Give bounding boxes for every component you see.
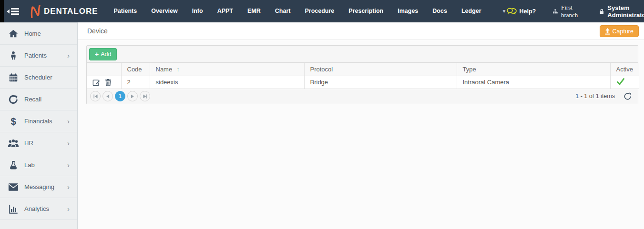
cell-active bbox=[610, 76, 639, 89]
cell-protocol: Bridge bbox=[304, 76, 457, 89]
grid-toolbar: + Add bbox=[87, 46, 638, 63]
header-protocol[interactable]: Protocol bbox=[304, 63, 457, 76]
header-active[interactable]: Active bbox=[610, 63, 639, 76]
sidebar-item-messaging[interactable]: Messaging › bbox=[0, 176, 77, 198]
plus-icon: + bbox=[95, 51, 99, 58]
help-chat-icon bbox=[507, 7, 517, 15]
cell-name: sideexis bbox=[150, 76, 304, 89]
header-name[interactable]: Name↑ bbox=[150, 63, 304, 76]
sidebar-item-recall[interactable]: Recall bbox=[0, 89, 77, 110]
chevron-right-icon: › bbox=[67, 139, 70, 147]
dentalore-logo-icon bbox=[31, 5, 41, 18]
navbar-right: Help? First branch System Administrator … bbox=[507, 4, 644, 19]
help-button[interactable]: Help? bbox=[507, 7, 536, 15]
edit-icon[interactable] bbox=[92, 79, 100, 86]
sort-asc-icon: ↑ bbox=[176, 66, 180, 73]
header-code[interactable]: Code bbox=[121, 63, 150, 76]
chevron-right-icon: › bbox=[67, 205, 70, 212]
add-button[interactable]: + Add bbox=[89, 48, 117, 60]
home-icon bbox=[8, 28, 19, 40]
main-content: Device Capture + Add Code bbox=[78, 22, 644, 229]
main-nav: Patients Overview Info APPT EMR Chart Pr… bbox=[107, 0, 489, 22]
header-name-label: Name bbox=[156, 66, 173, 73]
pager-first-button[interactable] bbox=[90, 91, 101, 101]
dollar-icon: $ bbox=[8, 116, 19, 127]
capture-label: Capture bbox=[613, 28, 634, 35]
nav-item-patients[interactable]: Patients bbox=[107, 0, 144, 22]
sidebar-item-lab[interactable]: Lab › bbox=[0, 154, 77, 176]
pager-page-1[interactable]: 1 bbox=[115, 91, 125, 101]
lock-icon bbox=[600, 8, 604, 15]
page-title: Device bbox=[87, 27, 108, 35]
recall-icon bbox=[8, 94, 19, 105]
device-table: Code Name↑ Protocol Type Active bbox=[87, 63, 639, 89]
user-menu[interactable]: System Administrator ▼ bbox=[600, 4, 644, 19]
capture-button[interactable]: Capture bbox=[600, 25, 639, 37]
add-label: Add bbox=[101, 51, 111, 58]
sidebar-item-label: Scheduler bbox=[24, 74, 52, 81]
chevron-right-icon: › bbox=[67, 183, 70, 190]
pager-prev-button[interactable] bbox=[102, 91, 113, 101]
nav-item-docs[interactable]: Docs bbox=[425, 0, 454, 22]
cell-code: 2 bbox=[121, 76, 150, 89]
nav-item-chart[interactable]: Chart bbox=[268, 0, 298, 22]
chevron-right-icon: › bbox=[67, 52, 70, 59]
nav-item-procedure[interactable]: Procedure bbox=[297, 0, 341, 22]
cell-type: Intraoral Camera bbox=[457, 76, 610, 89]
sidebar-item-label: HR bbox=[24, 139, 33, 147]
people-group-icon bbox=[8, 138, 19, 149]
sidebar-toggle-button[interactable] bbox=[7, 8, 20, 15]
table-header-row: Code Name↑ Protocol Type Active bbox=[87, 63, 639, 76]
sidebar-item-patients[interactable]: Patients › bbox=[0, 45, 77, 67]
pager-info: 1 - 1 of 1 items bbox=[575, 93, 615, 100]
patient-icon bbox=[8, 50, 19, 61]
help-label: Help? bbox=[520, 8, 536, 15]
sidebar-item-label: Financials bbox=[24, 118, 52, 125]
branch-sitemap-icon bbox=[553, 8, 558, 15]
bar-chart-icon bbox=[8, 203, 19, 215]
header-type[interactable]: Type bbox=[457, 63, 610, 76]
chevron-right-icon: › bbox=[67, 118, 70, 125]
sidebar-item-financials[interactable]: $ Financials › bbox=[0, 110, 77, 132]
sidebar-item-hr[interactable]: HR › bbox=[0, 132, 77, 154]
screen-edge bbox=[0, 0, 4, 22]
sidebar-item-label: Home bbox=[24, 30, 41, 37]
sidebar-item-label: Patients bbox=[24, 52, 47, 59]
branch-label: First branch bbox=[561, 4, 581, 19]
nav-item-ledger[interactable]: Ledger bbox=[454, 0, 489, 22]
chevron-right-icon: › bbox=[67, 161, 70, 169]
sidebar: Home Patients › Scheduler Recall $ Finan… bbox=[0, 22, 78, 229]
sidebar-item-label: Messaging bbox=[24, 183, 54, 190]
flask-icon bbox=[8, 159, 19, 171]
sidebar-item-label: Analytics bbox=[24, 205, 49, 212]
user-label: System Administrator bbox=[607, 4, 644, 19]
check-icon bbox=[616, 80, 625, 87]
envelope-icon bbox=[8, 181, 19, 193]
capture-upload-icon bbox=[605, 28, 610, 35]
nav-item-info[interactable]: Info bbox=[185, 0, 210, 22]
grid-pager: 1 1 - 1 of 1 items bbox=[87, 89, 638, 104]
delete-icon[interactable] bbox=[105, 79, 112, 86]
calendar-icon bbox=[8, 72, 19, 83]
nav-item-overview[interactable]: Overview bbox=[144, 0, 185, 22]
brand[interactable]: DENTALORE bbox=[31, 5, 98, 18]
nav-item-prescription[interactable]: Prescription bbox=[341, 0, 390, 22]
top-navbar: DENTALORE Patients Overview Info APPT EM… bbox=[0, 0, 644, 22]
brand-name: DENTALORE bbox=[44, 7, 98, 16]
device-grid: + Add Code Name↑ Protocol Type Active bbox=[86, 45, 638, 104]
table-row: 2 sideexis Bridge Intraoral Camera bbox=[87, 76, 639, 89]
refresh-icon[interactable] bbox=[624, 92, 632, 100]
nav-item-images[interactable]: Images bbox=[390, 0, 425, 22]
sidebar-item-analytics[interactable]: Analytics › bbox=[0, 198, 77, 220]
pager-next-button[interactable] bbox=[127, 91, 138, 101]
sidebar-item-scheduler[interactable]: Scheduler bbox=[0, 67, 77, 89]
hamburger-icon bbox=[7, 8, 20, 15]
branch-selector[interactable]: First branch bbox=[553, 4, 580, 19]
pager-last-button[interactable] bbox=[140, 91, 150, 101]
nav-more-dropdown-icon[interactable]: ▼ bbox=[502, 9, 507, 14]
nav-item-emr[interactable]: EMR bbox=[240, 0, 268, 22]
header-commands bbox=[87, 63, 121, 76]
sidebar-item-home[interactable]: Home bbox=[0, 23, 77, 45]
sidebar-item-label: Lab bbox=[24, 161, 35, 169]
nav-item-appt[interactable]: APPT bbox=[210, 0, 240, 22]
